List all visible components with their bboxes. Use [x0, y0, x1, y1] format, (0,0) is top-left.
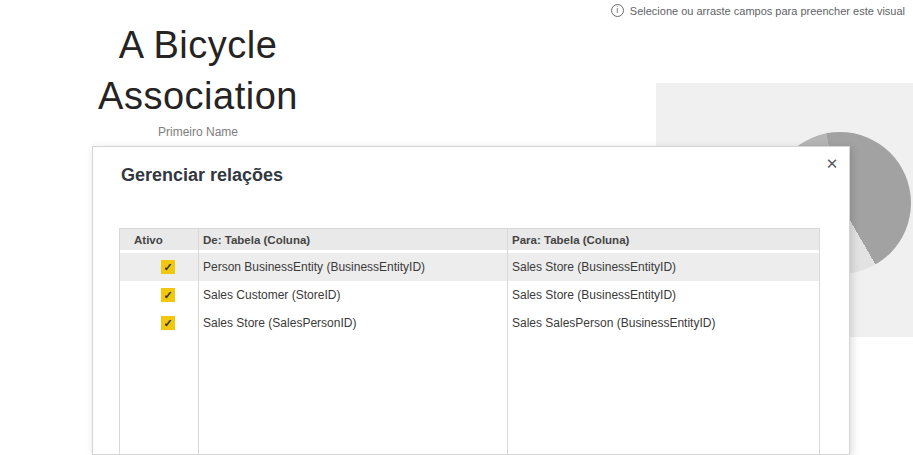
table-header-row: Ativo De: Tabela (Coluna) Para: Tabela (… — [120, 229, 819, 250]
table-row[interactable]: ✓ Sales Customer (StoreID) Sales Store (… — [120, 281, 819, 309]
dialog-title: Gerenciar relações — [121, 165, 283, 186]
relationship-to: Sales Store (BusinessEntityID) — [507, 260, 819, 274]
close-button[interactable]: ✕ — [821, 153, 843, 175]
relationship-from: Sales Customer (StoreID) — [198, 288, 507, 302]
relationship-from: Person BusinessEntity (BusinessEntityID) — [198, 260, 507, 274]
close-icon: ✕ — [826, 155, 839, 172]
column-divider — [507, 229, 508, 454]
col-header-active: Ativo — [120, 234, 198, 246]
report-title: A Bicycle Association — [85, 20, 311, 122]
report-canvas: i Selecione ou arraste campos para preen… — [0, 0, 913, 455]
manage-relationships-dialog: ✕ Gerenciar relações Ativo De: Tabela (C… — [92, 146, 850, 455]
table-row[interactable]: ✓ Person BusinessEntity (BusinessEntityI… — [120, 253, 819, 281]
relationship-to: Sales SalesPerson (BusinessEntityID) — [507, 316, 819, 330]
active-checkbox[interactable]: ✓ — [161, 288, 175, 302]
active-checkbox[interactable]: ✓ — [161, 316, 175, 330]
info-icon: i — [611, 4, 624, 17]
relationship-to: Sales Store (BusinessEntityID) — [507, 288, 819, 302]
relationship-from: Sales Store (SalesPersonID) — [198, 316, 507, 330]
table-row[interactable]: ✓ Sales Store (SalesPersonID) Sales Sale… — [120, 309, 819, 337]
relationships-table: Ativo De: Tabela (Coluna) Para: Tabela (… — [119, 228, 820, 454]
check-icon: ✓ — [163, 260, 172, 274]
table-empty-area — [120, 337, 819, 454]
check-icon: ✓ — [163, 316, 172, 330]
active-checkbox[interactable]: ✓ — [161, 260, 175, 274]
col-header-to: Para: Tabela (Coluna) — [507, 234, 819, 246]
col-header-from: De: Tabela (Coluna) — [198, 234, 507, 246]
check-icon: ✓ — [163, 288, 172, 302]
hint-text: Selecione ou arraste campos para preench… — [630, 5, 905, 17]
column-divider — [198, 229, 199, 454]
visual-hint: i Selecione ou arraste campos para preen… — [611, 4, 905, 17]
title-textbox-visual[interactable]: A Bicycle Association Primeiro Name — [85, 20, 311, 139]
report-subtitle: Primeiro Name — [85, 125, 311, 139]
